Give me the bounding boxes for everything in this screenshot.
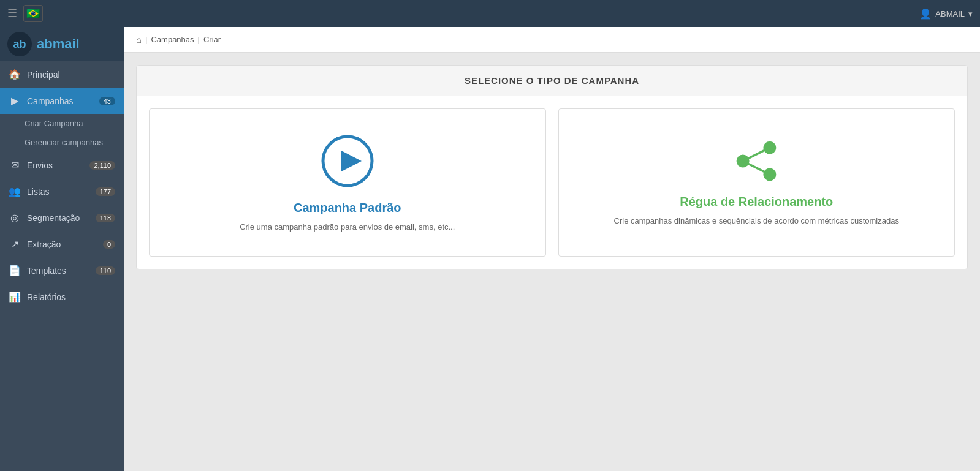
breadcrumb-sep-1: | [145, 35, 147, 44]
sidebar-item-campanhas[interactable]: ▶ Campanhas 43 [0, 88, 124, 114]
sidebar-item-extracao[interactable]: ↗ Extração 0 [0, 231, 124, 257]
envios-badge: 2,110 [89, 161, 115, 170]
campaign-option-regua[interactable]: Régua de Relacionamento Crie campanhas d… [558, 108, 955, 257]
home-icon: 🏠 [9, 69, 21, 80]
sidebar-item-segmentacao[interactable]: ◎ Segmentação 118 [0, 205, 124, 231]
top-header: ☰ 🇧🇷 👤 ABMAIL ▾ [0, 0, 980, 27]
logo-text: abmail [37, 36, 80, 52]
share-icon [729, 140, 784, 183]
segmentacao-icon: ◎ [9, 212, 21, 224]
segmentacao-badge: 118 [96, 214, 115, 222]
user-icon: 👤 [919, 8, 932, 20]
extracao-icon: ↗ [9, 238, 21, 250]
user-menu[interactable]: 👤 ABMAIL ▾ [919, 8, 973, 20]
regua-desc: Crie campanhas dinâmicas e sequênciais d… [614, 216, 899, 225]
main-content: SELECIONE O TIPO DE CAMPANHA Campanha Pa… [124, 53, 980, 471]
breadcrumb-criar: Criar [203, 35, 221, 44]
sidebar-label-campanhas: Campanhas [27, 96, 74, 106]
svg-marker-1 [341, 151, 362, 171]
campanhas-badge: 43 [99, 97, 115, 105]
sidebar-label-segmentacao: Segmentação [27, 213, 80, 223]
sidebar-logo: ab abmail [0, 27, 124, 61]
envios-icon: ✉ [9, 159, 21, 171]
campanha-padrao-title: Campanha Padrão [294, 201, 401, 215]
sidebar-label-principal: Principal [27, 70, 60, 80]
user-label: ABMAIL [935, 9, 965, 18]
templates-badge: 110 [96, 266, 115, 275]
section-title: SELECIONE O TIPO DE CAMPANHA [465, 75, 639, 86]
logo-icon: ab [7, 32, 32, 56]
main-layout: ab abmail 🏠 Principal ▶ Campanhas 43 Cri… [0, 27, 980, 471]
sidebar-item-templates[interactable]: 📄 Templates 110 [0, 257, 124, 284]
breadcrumb-campanhas[interactable]: Campanhas [151, 35, 194, 44]
sidebar-label-envios: Envios [27, 160, 53, 170]
flag-icon: 🇧🇷 [26, 7, 40, 20]
language-button[interactable]: 🇧🇷 [23, 5, 43, 22]
campanhas-icon: ▶ [9, 95, 21, 107]
gerenciar-campanhas-label: Gerenciar campanhas [25, 138, 103, 147]
relatorios-icon: 📊 [9, 291, 21, 303]
sidebar: ab abmail 🏠 Principal ▶ Campanhas 43 Cri… [0, 27, 124, 471]
user-dropdown-icon: ▾ [968, 9, 973, 18]
sidebar-label-listas: Listas [27, 187, 50, 197]
campaign-select-header: SELECIONE O TIPO DE CAMPANHA [137, 66, 967, 96]
sidebar-sub-criar-campanha[interactable]: Criar Campanha [0, 114, 124, 133]
campaign-option-padrao[interactable]: Campanha Padrão Crie uma campanha padrão… [149, 108, 546, 257]
criar-campanha-label: Criar Campanha [25, 119, 83, 128]
sidebar-label-relatorios: Relatórios [27, 292, 66, 302]
campanha-padrao-desc: Crie uma campanha padrão para envios de … [240, 222, 455, 232]
svg-line-5 [743, 148, 770, 161]
listas-badge: 177 [96, 187, 115, 196]
content-area: ⌂ | Campanhas | Criar SELECIONE O TIPO D… [124, 27, 980, 471]
campaign-select-card: SELECIONE O TIPO DE CAMPANHA Campanha Pa… [136, 65, 968, 269]
sidebar-label-templates: Templates [27, 266, 66, 276]
regua-title: Régua de Relacionamento [680, 195, 833, 209]
extracao-badge: 0 [103, 240, 115, 249]
svg-line-6 [743, 161, 770, 175]
sidebar-item-listas[interactable]: 👥 Listas 177 [0, 178, 124, 205]
sidebar-sub-gerenciar-campanhas[interactable]: Gerenciar campanhas [0, 133, 124, 152]
sidebar-item-envios[interactable]: ✉ Envios 2,110 [0, 152, 124, 178]
breadcrumb-sep-2: | [198, 35, 200, 44]
listas-icon: 👥 [9, 186, 21, 197]
play-icon [320, 134, 375, 189]
sidebar-item-principal[interactable]: 🏠 Principal [0, 61, 124, 88]
hamburger-icon[interactable]: ☰ [7, 7, 17, 20]
sidebar-label-extracao: Extração [27, 239, 61, 249]
templates-icon: 📄 [9, 265, 21, 276]
sidebar-item-relatorios[interactable]: 📊 Relatórios [0, 284, 124, 310]
home-breadcrumb-icon[interactable]: ⌂ [136, 34, 142, 45]
breadcrumb: ⌂ | Campanhas | Criar [124, 27, 980, 53]
campaign-options: Campanha Padrão Crie uma campanha padrão… [137, 96, 967, 269]
